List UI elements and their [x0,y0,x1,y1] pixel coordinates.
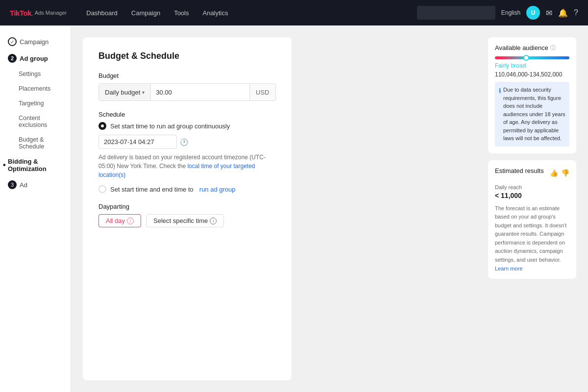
bidding-label: Bidding & Optimization [8,158,63,172]
audience-gauge-bar [495,56,569,59]
radio-continuous [98,122,106,130]
search-input[interactable] [417,6,495,20]
adgroup-step-badge: 2 [8,54,17,63]
schedule-option-end-time[interactable]: Set start time and end time to run ad gr… [98,185,276,193]
specific-time-button[interactable]: Select specific time i [146,214,224,227]
audience-breadth-label: Fairly broad [495,62,569,69]
sidebar-item-budget-schedule[interactable]: Budget & Schedule [0,132,71,154]
nav-links: Dashboard Campaign Tools Analytics [86,7,416,19]
nav-campaign[interactable]: Campaign [131,7,160,19]
sidebar-item-campaign[interactable]: ✓ Campaign [0,33,71,50]
mail-icon[interactable]: ✉ [546,8,552,18]
dayparting-section: Dayparting All day i Select specific tim… [98,203,276,227]
clock-icon[interactable]: 🕐 [180,138,188,146]
gauge-indicator [523,55,529,61]
sidebar-adgroup-label: Ad group [20,55,48,62]
sidebar-item-placements[interactable]: Placements [0,81,71,96]
results-header: Estimated results 👍 👎 [495,167,569,179]
audience-card: Available audience ⓘ Fairly broad 110,04… [488,37,576,153]
schedule-option-continuous[interactable]: Set start time to run ad group continuou… [98,122,276,130]
spacer [301,37,479,380]
budget-type-label: Daily budget [105,89,140,96]
ads-manager-label: Ads Manager [35,10,67,16]
audience-notice: ℹ Due to data security requirements, thi… [495,82,569,147]
settings-label: Settings [19,71,41,77]
logo-area: TikTok. Ads Manager [10,9,67,17]
daily-reach-value: < 11,000 [495,192,569,199]
main-content: Budget & Schedule Budget Daily budget ▾ … [71,25,588,392]
budget-label: Budget [98,72,276,79]
audience-info-icon[interactable]: ⓘ [550,44,556,51]
thumbup-icon[interactable]: 👍 [550,169,558,177]
right-panel: Available audience ⓘ Fairly broad 110,04… [488,37,576,380]
avatar[interactable]: U [526,6,540,20]
section-title: Budget & Schedule [98,51,276,61]
ad-step-badge: 3 [8,180,17,189]
budget-type-chevron: ▾ [142,90,145,95]
sidebar-item-ad[interactable]: 3 Ad [0,176,71,193]
budget-amount-input[interactable] [151,84,249,100]
daypart-buttons: All day i Select specific time i [98,214,276,227]
sidebar-item-targeting[interactable]: Targeting [0,96,71,111]
sidebar: ✓ Campaign 2 Ad group Settings Placement… [0,25,71,392]
results-card: Estimated results 👍 👎 Daily reach < 11,0… [488,160,576,279]
sidebar-item-bidding[interactable]: Bidding & Optimization [0,154,71,176]
schedule-label: Schedule [98,111,276,118]
nav-right: English U ✉ 🔔 ? [417,6,578,20]
bell-icon[interactable]: 🔔 [558,8,568,18]
sidebar-item-content-exclusions[interactable]: Content exclusions [0,111,71,132]
content-exclusions-label: Content exclusions [19,115,63,128]
datetime-input[interactable] [98,135,177,149]
schedule-section: Schedule Set start time to run ad group … [98,111,276,193]
nav-analytics[interactable]: Analytics [202,7,228,19]
budget-type-select[interactable]: Daily budget ▾ [99,84,151,100]
help-icon[interactable]: ? [574,8,578,17]
tiktok-logo: TikTok. [10,9,33,17]
run-ad-group-link[interactable]: run ad group [199,186,236,193]
page-wrapper: ✓ Campaign 2 Ad group Settings Placement… [0,25,588,392]
daily-reach-label: Daily reach [495,184,569,190]
results-card-title: Estimated results [495,167,544,174]
campaign-check-icon: ✓ [8,37,17,46]
datetime-row: 🕐 [98,135,276,149]
radio-end-time [98,185,106,193]
sidebar-item-settings[interactable]: Settings [0,67,71,81]
notice-info-icon: ℹ [499,86,501,143]
targeting-label: Targeting [19,100,44,107]
budget-schedule-label: Budget & Schedule [19,136,63,150]
top-navigation: TikTok. Ads Manager Dashboard Campaign T… [0,0,588,25]
nav-dashboard[interactable]: Dashboard [86,7,118,19]
timezone-info: Ad delivery is based on your registered … [98,153,276,179]
specific-info-icon: i [210,218,217,224]
form-panel: Budget & Schedule Budget Daily budget ▾ … [83,37,292,380]
allday-button[interactable]: All day i [98,214,141,227]
nav-tools[interactable]: Tools [174,7,189,19]
audience-range: 110,046,000-134,502,000 [495,71,569,78]
sidebar-ad-label: Ad [20,181,27,189]
thumb-icons: 👍 👎 [550,169,569,177]
budget-currency: USD [249,84,275,100]
forecast-text: The forecast is an estimate based on you… [495,204,569,265]
schedule-option2-label: Set start time and end time to [110,186,194,193]
placements-label: Placements [19,85,50,92]
sidebar-item-adgroup[interactable]: 2 Ad group [0,50,71,67]
language-selector[interactable]: English [501,9,520,16]
dayparting-label: Dayparting [98,203,276,210]
learn-more-link[interactable]: Learn more [495,266,522,271]
audience-card-title: Available audience ⓘ [495,44,569,51]
schedule-option1-label: Set start time to run ad group continuou… [110,122,230,130]
allday-info-icon: i [127,218,134,224]
thumbdown-icon[interactable]: 👎 [561,169,569,177]
sidebar-campaign-label: Campaign [20,38,49,46]
budget-row: Daily budget ▾ USD [98,83,276,101]
